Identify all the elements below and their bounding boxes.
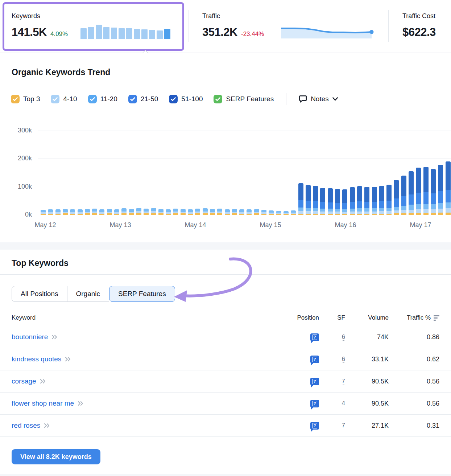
open-keyword-icon[interactable] <box>44 423 50 428</box>
legend-checkbox-serp-features[interactable]: SERP Features <box>214 95 274 103</box>
trend-bar[interactable] <box>181 209 186 215</box>
trend-bar[interactable] <box>225 209 230 215</box>
traffic-metric[interactable]: Traffic 351.2K -23.44% <box>202 12 264 39</box>
trend-bar[interactable] <box>306 185 311 215</box>
trend-bar[interactable] <box>416 168 421 215</box>
legend-checkbox-4-10[interactable]: 4-10 <box>51 95 77 103</box>
serp-feature-position-icon[interactable]: ? <box>310 378 319 385</box>
trend-bar[interactable] <box>350 187 355 215</box>
trend-bar[interactable] <box>328 188 333 215</box>
trend-bar[interactable] <box>55 209 61 215</box>
trend-bar[interactable] <box>195 209 200 215</box>
trend-bar[interactable] <box>423 167 429 215</box>
y-axis-tick: 0k <box>3 211 32 218</box>
trend-bar[interactable] <box>107 209 112 215</box>
trend-bar[interactable] <box>144 209 149 215</box>
keyword-link[interactable]: flower shop near me <box>12 399 74 407</box>
trend-bar[interactable] <box>313 186 318 215</box>
sf-count[interactable]: 7 <box>342 422 345 429</box>
trend-bar[interactable] <box>438 165 443 215</box>
trend-bar[interactable] <box>446 161 451 215</box>
trend-bar[interactable] <box>379 186 384 215</box>
trend-bar[interactable] <box>372 187 377 215</box>
trend-bar[interactable] <box>320 188 325 215</box>
trend-bar[interactable] <box>269 210 274 215</box>
trend-bar[interactable] <box>431 169 436 215</box>
tab-organic[interactable]: Organic <box>67 286 109 302</box>
keyword-link[interactable]: red roses <box>12 422 40 430</box>
trend-bar[interactable] <box>239 209 244 215</box>
notes-dropdown[interactable]: Notes <box>299 95 338 103</box>
trend-bar[interactable] <box>203 208 208 215</box>
chart-legend: Top 34-1011-2021-5051-100SERP FeaturesNo… <box>11 93 338 105</box>
trend-bar[interactable] <box>158 209 164 215</box>
trend-bar[interactable] <box>254 209 259 215</box>
trend-bar[interactable] <box>92 209 97 215</box>
keywords-metric[interactable]: Keywords 141.5K 4.09% <box>12 12 68 39</box>
volume-value: 27.1K <box>349 422 389 430</box>
trend-bar[interactable] <box>247 209 252 215</box>
trend-bar[interactable] <box>342 189 347 215</box>
trend-bar[interactable] <box>41 210 46 215</box>
trend-bar[interactable] <box>121 208 127 215</box>
trend-bar[interactable] <box>276 211 281 215</box>
sf-count[interactable]: 7 <box>342 378 345 385</box>
tab-serp-features[interactable]: SERP Features <box>109 286 175 302</box>
trend-bar[interactable] <box>409 171 414 215</box>
legend-checkbox-top-3[interactable]: Top 3 <box>11 95 40 103</box>
trend-bar[interactable] <box>166 209 171 215</box>
trend-bar[interactable] <box>261 210 266 215</box>
keyword-link[interactable]: boutonniere <box>12 333 48 341</box>
trend-bar[interactable] <box>136 208 141 215</box>
col-position[interactable]: Position <box>280 314 323 321</box>
serp-feature-position-icon[interactable]: ? <box>310 333 319 341</box>
trend-bar[interactable] <box>291 210 296 215</box>
keyword-link[interactable]: corsage <box>12 377 36 385</box>
sf-count[interactable]: 6 <box>342 333 345 341</box>
keywords-sparkline <box>80 25 174 39</box>
col-volume[interactable]: Volume <box>349 314 389 321</box>
trend-bar[interactable] <box>210 209 215 215</box>
trend-bar[interactable] <box>386 185 392 215</box>
serp-feature-position-icon[interactable]: ? <box>310 422 319 430</box>
trend-bar[interactable] <box>151 208 156 215</box>
trend-bar[interactable] <box>70 209 75 215</box>
trend-bar[interactable] <box>78 209 83 215</box>
trend-bar[interactable] <box>85 209 90 215</box>
keyword-link[interactable]: kindness quotes <box>12 355 61 363</box>
trend-bar[interactable] <box>63 209 68 215</box>
legend-checkbox-21-50[interactable]: 21-50 <box>128 95 158 103</box>
trend-bar[interactable] <box>129 209 134 215</box>
trend-bar[interactable] <box>48 209 53 215</box>
traffic-cost-metric[interactable]: Traffic Cost $622.3 <box>402 12 451 39</box>
table-row: corsage?790.5K0.56 <box>0 370 451 393</box>
trend-bar[interactable] <box>335 189 340 215</box>
col-traffic[interactable]: Traffic % <box>389 314 439 321</box>
trend-bar[interactable] <box>364 187 369 215</box>
trend-bar[interactable] <box>114 209 119 215</box>
open-keyword-icon[interactable] <box>65 357 71 362</box>
view-all-keywords-button[interactable]: View all 8.2K keywords <box>12 449 100 464</box>
trend-bar[interactable] <box>401 176 406 215</box>
tab-all-positions[interactable]: All Positions <box>12 286 67 302</box>
trend-bar[interactable] <box>232 209 237 215</box>
sf-count[interactable]: 6 <box>342 356 345 363</box>
col-sf[interactable]: SF <box>323 314 349 321</box>
serp-feature-position-icon[interactable]: ? <box>310 356 319 363</box>
trend-bar[interactable] <box>394 180 399 215</box>
legend-checkbox-51-100[interactable]: 51-100 <box>169 95 203 103</box>
trend-bar[interactable] <box>173 209 178 215</box>
trend-bar[interactable] <box>188 209 193 215</box>
open-keyword-icon[interactable] <box>40 379 46 384</box>
open-keyword-icon[interactable] <box>78 401 84 406</box>
trend-bar[interactable] <box>217 209 222 215</box>
serp-feature-position-icon[interactable]: ? <box>310 400 319 407</box>
trend-bar[interactable] <box>298 183 303 215</box>
legend-checkbox-11-20[interactable]: 11-20 <box>88 95 117 103</box>
trend-bar[interactable] <box>357 186 362 215</box>
trend-bar[interactable] <box>99 209 104 215</box>
trend-bar[interactable] <box>284 211 289 215</box>
col-keyword[interactable]: Keyword <box>12 314 280 321</box>
open-keyword-icon[interactable] <box>51 335 58 340</box>
sf-count[interactable]: 4 <box>342 400 345 407</box>
